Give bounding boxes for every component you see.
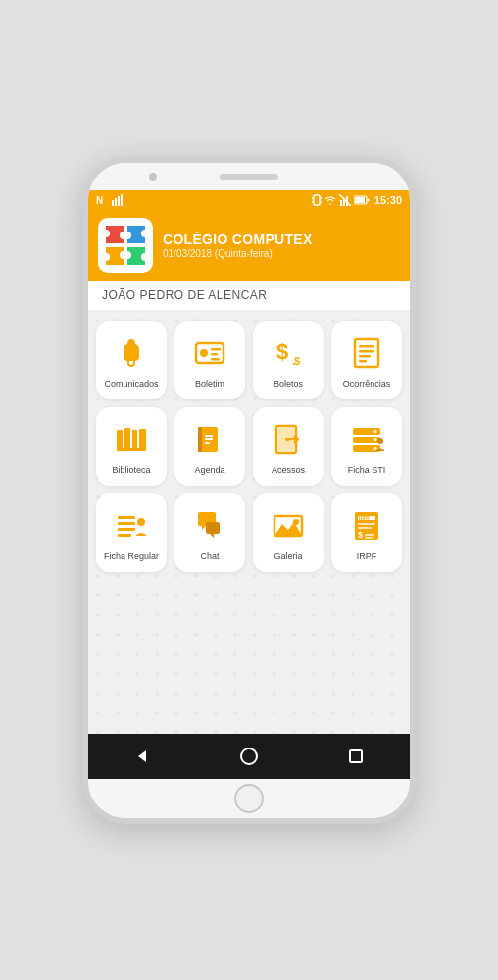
svg-rect-62 bbox=[358, 523, 375, 525]
grid-item-irpf[interactable]: IRPF $ IRPF bbox=[331, 493, 402, 572]
svg-rect-9 bbox=[321, 201, 322, 203]
wifi-icon bbox=[324, 195, 336, 205]
svg-rect-29 bbox=[359, 355, 371, 358]
svg-rect-39 bbox=[205, 438, 213, 440]
ficha-sti-label: Ficha STI bbox=[348, 465, 386, 476]
grid-item-biblioteca[interactable]: Biblioteca bbox=[96, 407, 167, 486]
svg-rect-63 bbox=[358, 527, 372, 529]
school-date: 01/03/2018 (Quinta-feira) bbox=[163, 248, 400, 259]
ocorrencias-icon bbox=[347, 334, 386, 373]
ficha-regular-label: Ficha Regular bbox=[104, 551, 159, 562]
user-bar: JOÃO PEDRO DE ALENCAR bbox=[88, 281, 410, 311]
grid-item-boletos[interactable]: $ . $ Boletos bbox=[253, 321, 324, 399]
status-bar-left: N bbox=[96, 194, 124, 206]
svg-rect-13 bbox=[346, 196, 348, 206]
chat-icon bbox=[190, 506, 229, 545]
svg-rect-38 bbox=[205, 435, 213, 437]
signal-bars-icon bbox=[112, 194, 124, 206]
svg-text:N: N bbox=[96, 195, 103, 206]
svg-rect-69 bbox=[350, 750, 362, 762]
icon-grid: Comunicados Boletim bbox=[96, 321, 402, 572]
svg-rect-11 bbox=[340, 200, 342, 206]
svg-rect-22 bbox=[211, 358, 220, 361]
earpiece-speaker bbox=[220, 174, 278, 180]
biblioteca-icon bbox=[112, 420, 151, 459]
grid-item-galeria[interactable]: Galeria bbox=[253, 493, 324, 572]
svg-rect-26 bbox=[355, 339, 378, 367]
svg-point-58 bbox=[293, 519, 299, 525]
svg-rect-34 bbox=[139, 429, 146, 449]
comunicados-label: Comunicados bbox=[104, 379, 158, 389]
svg-rect-31 bbox=[117, 430, 123, 449]
network-off-icon bbox=[339, 194, 351, 206]
n-icon: N bbox=[96, 194, 108, 206]
back-button[interactable] bbox=[126, 741, 158, 772]
header-info: COLÉGIO COMPUTEX 01/03/2018 (Quinta-feir… bbox=[163, 232, 400, 259]
phone-top-bar bbox=[88, 163, 410, 190]
volume-down-button[interactable] bbox=[82, 320, 85, 349]
galeria-label: Galeria bbox=[274, 551, 302, 562]
recent-apps-button[interactable] bbox=[340, 741, 372, 772]
ficha-regular-icon bbox=[112, 506, 151, 545]
home-button[interactable] bbox=[233, 741, 265, 772]
irpf-icon: IRPF $ bbox=[347, 506, 386, 545]
physical-home-button[interactable] bbox=[234, 784, 264, 813]
svg-rect-6 bbox=[312, 197, 313, 199]
boletos-label: Boletos bbox=[274, 379, 303, 389]
grid-item-boletim[interactable]: Boletim bbox=[174, 321, 245, 399]
boletos-icon: $ . $ bbox=[269, 334, 308, 373]
svg-rect-37 bbox=[198, 427, 202, 452]
svg-text:$: $ bbox=[358, 530, 363, 540]
svg-point-17 bbox=[129, 340, 133, 343]
grid-item-ocorrencias[interactable]: Ocorrências bbox=[331, 321, 402, 399]
svg-rect-4 bbox=[121, 194, 123, 206]
svg-rect-12 bbox=[343, 198, 345, 206]
status-bar-right: 15:30 bbox=[312, 194, 402, 206]
chat-label: Chat bbox=[200, 551, 219, 562]
svg-rect-7 bbox=[321, 197, 322, 199]
svg-rect-53 bbox=[118, 522, 135, 525]
svg-rect-15 bbox=[355, 197, 365, 203]
biblioteca-label: Biblioteca bbox=[112, 465, 150, 476]
svg-rect-33 bbox=[132, 430, 137, 449]
svg-rect-1 bbox=[112, 200, 114, 206]
svg-rect-35 bbox=[117, 448, 146, 451]
svg-point-19 bbox=[200, 349, 208, 357]
svg-rect-2 bbox=[115, 198, 117, 206]
svg-text:$: $ bbox=[294, 355, 300, 367]
volume-up-button[interactable] bbox=[82, 281, 85, 310]
comunicados-icon bbox=[112, 334, 151, 373]
power-button[interactable] bbox=[413, 300, 416, 349]
grid-item-ficha-regular[interactable]: Ficha Regular bbox=[96, 493, 167, 572]
agenda-label: Agenda bbox=[194, 465, 224, 476]
front-camera bbox=[149, 173, 157, 181]
grid-item-acessos[interactable]: Acessos bbox=[253, 407, 324, 486]
bottom-navigation bbox=[88, 734, 410, 779]
grid-item-chat[interactable]: Chat bbox=[174, 493, 245, 572]
ficha-sti-icon bbox=[347, 420, 386, 459]
app-header: COLÉGIO COMPUTEX 01/03/2018 (Quinta-feir… bbox=[88, 210, 410, 281]
svg-rect-8 bbox=[312, 201, 313, 203]
irpf-label: IRPF bbox=[357, 551, 377, 562]
boletim-label: Boletim bbox=[195, 379, 224, 389]
grid-item-agenda[interactable]: Agenda bbox=[174, 407, 245, 486]
grid-item-comunicados[interactable]: Comunicados bbox=[96, 321, 167, 399]
ocorrencias-label: Ocorrências bbox=[343, 379, 391, 389]
acessos-icon bbox=[269, 420, 308, 459]
svg-point-51 bbox=[377, 438, 383, 444]
svg-marker-67 bbox=[138, 750, 146, 762]
status-bar: N bbox=[88, 190, 410, 210]
svg-point-50 bbox=[374, 447, 377, 450]
svg-point-56 bbox=[137, 518, 145, 526]
svg-rect-16 bbox=[367, 198, 369, 201]
svg-rect-3 bbox=[118, 196, 120, 206]
svg-point-44 bbox=[285, 438, 289, 441]
phone-screen: N bbox=[88, 190, 410, 779]
agenda-icon bbox=[190, 420, 229, 459]
svg-rect-40 bbox=[205, 442, 210, 444]
svg-rect-5 bbox=[314, 195, 320, 205]
svg-rect-55 bbox=[118, 534, 131, 537]
svg-rect-54 bbox=[118, 528, 135, 531]
grid-item-ficha-sti[interactable]: Ficha STI bbox=[331, 407, 402, 486]
svg-rect-52 bbox=[118, 516, 135, 519]
